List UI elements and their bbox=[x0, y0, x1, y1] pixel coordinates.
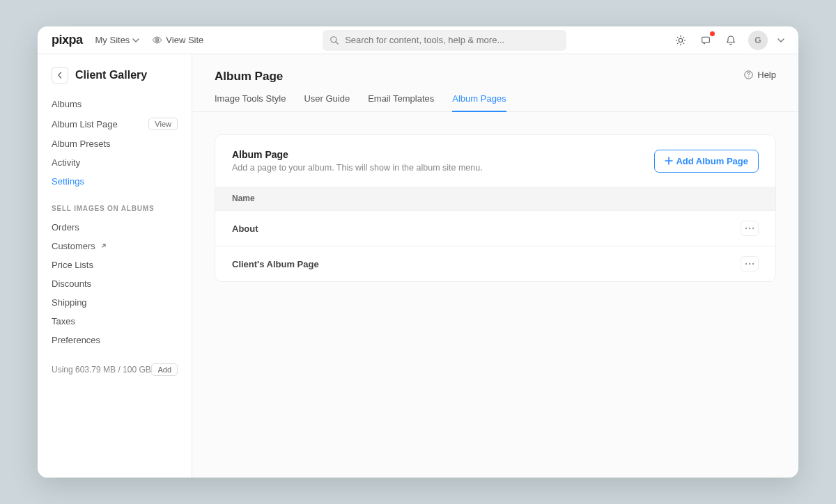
sidebar: Client Gallery Albums Album List Page Vi… bbox=[38, 54, 192, 478]
storage-usage-text: Using 603.79 MB / 100 GB bbox=[52, 365, 151, 375]
sidebar-section-label: SELL IMAGES ON ALBUMS bbox=[38, 191, 192, 218]
svg-point-16 bbox=[749, 228, 750, 229]
add-button-label: Add Album Page bbox=[676, 156, 748, 166]
tabs: Image Tools Style User Guide Email Templ… bbox=[192, 84, 798, 112]
sidebar-item-label: Orders bbox=[52, 222, 79, 233]
svg-point-20 bbox=[752, 263, 754, 265]
sidebar-sell-list: Orders Customers Price Lists Discounts bbox=[38, 218, 192, 349]
svg-line-10 bbox=[677, 42, 678, 43]
sidebar-item-label: Discounts bbox=[52, 278, 91, 289]
row-name: Client's Album Page bbox=[232, 259, 319, 269]
card-head: Album Page Add a page to your album. Thi… bbox=[215, 135, 775, 187]
main-content: Album Page Help Image Tools Style User G… bbox=[192, 54, 798, 478]
add-album-page-button[interactable]: Add Album Page bbox=[654, 150, 759, 173]
svg-point-18 bbox=[745, 263, 747, 265]
topbar-actions: G bbox=[673, 31, 784, 50]
svg-point-17 bbox=[752, 228, 754, 229]
app-body: Client Gallery Albums Album List Page Vi… bbox=[38, 54, 798, 478]
row-actions-menu[interactable] bbox=[741, 221, 759, 236]
avatar[interactable]: G bbox=[748, 31, 768, 50]
sidebar-item-label: Album List Page bbox=[52, 119, 118, 129]
sidebar-item-settings[interactable]: Settings bbox=[52, 172, 178, 191]
help-icon bbox=[743, 70, 754, 80]
bell-icon[interactable] bbox=[723, 33, 738, 48]
tab-image-tools-style[interactable]: Image Tools Style bbox=[215, 93, 286, 111]
svg-point-19 bbox=[749, 263, 750, 265]
sidebar-item-preferences[interactable]: Preferences bbox=[52, 331, 178, 349]
card-title: Album Page bbox=[232, 149, 483, 160]
logo: pixpa bbox=[52, 33, 83, 47]
sidebar-item-label: Customers bbox=[52, 241, 95, 251]
sidebar-item-label: Settings bbox=[52, 176, 84, 187]
view-badge[interactable]: View bbox=[148, 118, 178, 130]
svg-line-9 bbox=[683, 42, 684, 43]
eye-icon bbox=[152, 35, 162, 45]
sidebar-item-activity[interactable]: Activity bbox=[52, 153, 178, 172]
sidebar-item-label: Albums bbox=[52, 99, 82, 109]
sidebar-item-price-lists[interactable]: Price Lists bbox=[52, 255, 178, 274]
search-icon bbox=[330, 36, 339, 45]
tab-album-pages[interactable]: Album Pages bbox=[452, 93, 506, 112]
chevron-down-icon[interactable] bbox=[777, 37, 784, 44]
search-wrap bbox=[216, 30, 673, 51]
sidebar-primary-list: Albums Album List Page View Album Preset… bbox=[38, 95, 192, 191]
album-page-card: Album Page Add a page to your album. Thi… bbox=[215, 134, 776, 282]
svg-point-14 bbox=[748, 77, 749, 77]
sidebar-item-album-presets[interactable]: Album Presets bbox=[52, 134, 178, 153]
table-row[interactable]: Client's Album Page bbox=[215, 246, 775, 281]
main-header: Album Page Help bbox=[192, 54, 798, 84]
search-input[interactable] bbox=[345, 35, 559, 45]
help-link[interactable]: Help bbox=[743, 70, 776, 80]
table-column-header: Name bbox=[215, 187, 775, 210]
tab-user-guide[interactable]: User Guide bbox=[304, 93, 350, 111]
announcements-icon[interactable] bbox=[698, 33, 713, 48]
sidebar-item-shipping[interactable]: Shipping bbox=[52, 293, 178, 312]
svg-point-3 bbox=[679, 38, 682, 42]
sidebar-item-album-list-page[interactable]: Album List Page View bbox=[52, 113, 178, 134]
page-title: Album Page bbox=[215, 70, 283, 84]
row-name: About bbox=[232, 223, 258, 234]
back-button[interactable] bbox=[52, 67, 68, 84]
sidebar-item-orders[interactable]: Orders bbox=[52, 218, 178, 237]
external-link-icon bbox=[100, 241, 107, 251]
notification-dot bbox=[710, 31, 715, 36]
plus-icon bbox=[665, 157, 673, 165]
sidebar-item-label: Preferences bbox=[52, 335, 100, 345]
sidebar-item-label: Price Lists bbox=[52, 260, 93, 270]
sidebar-item-label: Activity bbox=[52, 157, 80, 168]
storage-row: Using 603.79 MB / 100 GB Add bbox=[38, 349, 192, 390]
svg-line-11 bbox=[683, 37, 684, 38]
app-window: pixpa My Sites View Site bbox=[38, 26, 798, 478]
sidebar-item-customers[interactable]: Customers bbox=[52, 237, 178, 255]
help-label: Help bbox=[757, 70, 776, 80]
table-row[interactable]: About bbox=[215, 210, 775, 246]
view-site-label: View Site bbox=[166, 35, 203, 45]
sidebar-item-label: Shipping bbox=[52, 297, 87, 308]
tab-label: Album Pages bbox=[452, 93, 506, 104]
tab-email-templates[interactable]: Email Templates bbox=[368, 93, 434, 111]
storage-add-button[interactable]: Add bbox=[151, 363, 178, 376]
svg-line-8 bbox=[677, 37, 678, 38]
sidebar-item-taxes[interactable]: Taxes bbox=[52, 312, 178, 331]
theme-toggle-icon[interactable] bbox=[673, 33, 688, 48]
sidebar-title: Client Gallery bbox=[75, 69, 147, 81]
row-actions-menu[interactable] bbox=[741, 256, 759, 271]
svg-point-15 bbox=[745, 228, 747, 229]
search-box[interactable] bbox=[323, 30, 566, 51]
chevron-down-icon bbox=[132, 37, 139, 44]
sidebar-item-label: Taxes bbox=[52, 316, 75, 326]
topbar: pixpa My Sites View Site bbox=[38, 26, 798, 54]
tab-label: Image Tools Style bbox=[215, 93, 286, 104]
svg-point-0 bbox=[157, 39, 159, 41]
my-sites-label: My Sites bbox=[95, 35, 130, 45]
view-site-link[interactable]: View Site bbox=[152, 35, 203, 45]
my-sites-dropdown[interactable]: My Sites bbox=[95, 35, 140, 45]
sidebar-item-label: Album Presets bbox=[52, 139, 111, 149]
avatar-initial: G bbox=[754, 36, 761, 45]
card-head-text: Album Page Add a page to your album. Thi… bbox=[232, 149, 483, 173]
tab-label: User Guide bbox=[304, 93, 350, 104]
sidebar-item-albums[interactable]: Albums bbox=[52, 95, 178, 113]
tab-label: Email Templates bbox=[368, 93, 434, 104]
svg-rect-12 bbox=[702, 37, 710, 42]
sidebar-item-discounts[interactable]: Discounts bbox=[52, 274, 178, 293]
